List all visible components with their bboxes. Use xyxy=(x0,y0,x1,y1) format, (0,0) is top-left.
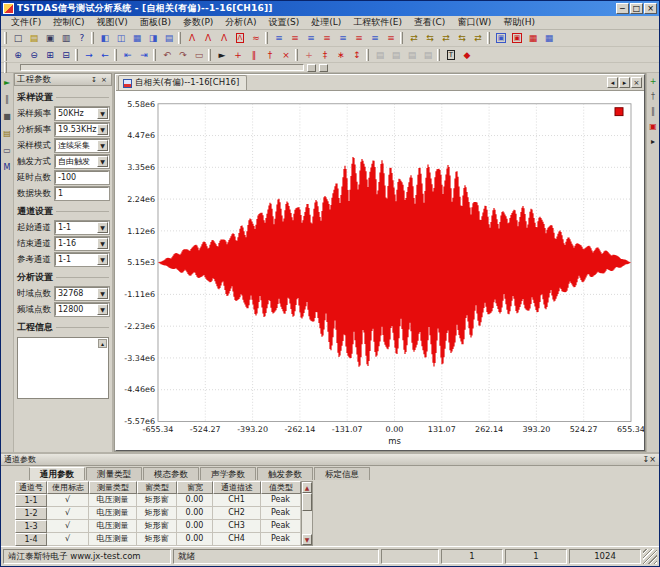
peak-mark-button[interactable]: + xyxy=(301,48,317,62)
window-single-button[interactable]: ◧ xyxy=(97,31,113,45)
table-cell[interactable]: 矩形窗 xyxy=(137,494,177,507)
channel-panel-titlebar[interactable]: 通道参数 ↧ × xyxy=(1,454,659,466)
disabled-4-button[interactable]: ▤ xyxy=(420,48,436,62)
menu-item-7[interactable]: 设置(S) xyxy=(263,15,306,30)
info-scroll-icon[interactable]: ▴ xyxy=(98,339,107,348)
tab-scroll-right-icon[interactable]: ▸ xyxy=(619,77,630,88)
print-button[interactable]: ▥ xyxy=(58,31,74,45)
cursor-pair-button[interactable]: ‖ xyxy=(246,48,262,62)
window-split-h-button[interactable]: ◨ xyxy=(145,31,161,45)
cursor-single-icon[interactable]: † xyxy=(648,91,659,102)
tab-scroll-left-icon[interactable]: ◂ xyxy=(607,77,618,88)
expression-combo[interactable] xyxy=(20,64,304,71)
menu-item-4[interactable]: 面板(B) xyxy=(134,15,177,30)
table-cell[interactable]: 电压测量 xyxy=(89,533,137,546)
cursor-delete-button[interactable]: × xyxy=(278,48,294,62)
zoom-x-button[interactable]: ⊞ xyxy=(42,48,58,62)
strip-expand-icon[interactable]: ▸ xyxy=(648,136,659,147)
help-button[interactable]: ? xyxy=(74,31,90,45)
tab-标定信息[interactable]: 标定信息 xyxy=(314,467,370,480)
list-2-button[interactable]: ≡ xyxy=(287,31,303,45)
chevron-down-icon[interactable]: ▼ xyxy=(97,108,108,119)
list-6-button[interactable]: ≡ xyxy=(351,31,367,45)
table-cell[interactable]: √ xyxy=(47,520,89,533)
menu-item-2[interactable]: 控制(C) xyxy=(47,15,90,30)
data-transfer-2-button[interactable]: ⇆ xyxy=(422,31,438,45)
menu-item-11[interactable]: 窗口(W) xyxy=(451,15,497,30)
run-icon[interactable]: ► xyxy=(2,77,13,88)
combo-时域点数[interactable]: 32768▼ xyxy=(55,287,109,300)
menu-item-3[interactable]: 视图(V) xyxy=(91,15,134,30)
list-5-button[interactable]: ≡ xyxy=(335,31,351,45)
window-cascade-button[interactable]: ▤ xyxy=(161,31,177,45)
zoom-in-button[interactable]: ⊕ xyxy=(10,48,26,62)
chevron-down-icon[interactable]: ▼ xyxy=(97,222,108,233)
combo-触发方式[interactable]: 自由触发▼ xyxy=(55,155,109,168)
wave-spectrum-button[interactable]: Λ xyxy=(200,31,216,45)
panel-red-2-button[interactable]: ▦ xyxy=(525,31,541,45)
table-cell[interactable]: CH2 xyxy=(213,507,261,520)
panel-blue-1-button[interactable]: ▣ xyxy=(493,31,509,45)
cursor-add-button[interactable]: + xyxy=(230,48,246,62)
data-transfer-3-button[interactable]: ⇄ xyxy=(438,31,454,45)
table-cell[interactable]: 矩形窗 xyxy=(137,507,177,520)
row-header[interactable]: 1-3 xyxy=(15,520,47,533)
chevron-down-icon[interactable]: ▼ xyxy=(97,124,108,135)
table-cell[interactable]: √ xyxy=(47,507,89,520)
table-cell[interactable]: 矩形窗 xyxy=(137,520,177,533)
menu-item-6[interactable]: 分析(A) xyxy=(219,15,262,30)
cursor-boxed-icon[interactable]: ▣ xyxy=(648,121,659,132)
tab-close-icon[interactable]: × xyxy=(631,77,642,88)
scroll-up-icon[interactable]: ▲ xyxy=(302,482,312,493)
table-cell[interactable]: √ xyxy=(47,533,89,546)
disabled-3-button[interactable]: ▤ xyxy=(404,48,420,62)
scroll-down-icon[interactable]: ▼ xyxy=(302,534,312,545)
table-cell[interactable]: 0.00 xyxy=(177,533,213,546)
data-transfer-1-button[interactable]: ⇄ xyxy=(406,31,422,45)
harmonic-2-button[interactable]: ∗ xyxy=(333,48,349,62)
chevron-down-icon[interactable]: ▼ xyxy=(97,304,108,315)
table-cell[interactable]: 电压测量 xyxy=(89,507,137,520)
table-cell[interactable]: 电压测量 xyxy=(89,520,137,533)
wave-time-button[interactable]: Λ xyxy=(184,31,200,45)
tab-通用参数[interactable]: 通用参数 xyxy=(29,467,85,480)
cursor-green-icon[interactable]: + xyxy=(648,76,659,87)
title-bar[interactable]: TSTDAS信号测试分析系统 - [自相关(有偏)--1-16[CH16]] ─… xyxy=(1,1,659,16)
tab-声学参数[interactable]: 声学参数 xyxy=(200,467,256,480)
channel-close-icon[interactable]: × xyxy=(649,455,656,464)
marker-diamond-button[interactable]: ◆ xyxy=(459,48,475,62)
close-button[interactable]: × xyxy=(644,3,657,14)
combo-频域点数[interactable]: 12800▼ xyxy=(55,303,109,316)
window-split-2-button[interactable]: ◫ xyxy=(113,31,129,45)
list-4-button[interactable]: ≡ xyxy=(319,31,335,45)
undo-button[interactable]: ↶ xyxy=(159,48,175,62)
combo-分析频率[interactable]: 19.53KHz▼ xyxy=(55,123,109,136)
row-header[interactable]: 1-1 xyxy=(15,494,47,507)
disabled-1-button[interactable]: ▤ xyxy=(372,48,388,62)
search-icon[interactable]: M xyxy=(2,162,13,173)
table-cell[interactable]: 矩形窗 xyxy=(137,533,177,546)
window-grid-4-button[interactable]: ▦ xyxy=(129,31,145,45)
list-7-button[interactable]: ≡ xyxy=(367,31,383,45)
chevron-down-icon[interactable]: ▼ xyxy=(97,140,108,151)
tab-模态参数[interactable]: 模态参数 xyxy=(143,467,199,480)
combo-参考通道[interactable]: 1-1▼ xyxy=(55,253,109,266)
project-panel-titlebar[interactable]: 工程参数 ↧ × xyxy=(14,73,112,86)
pause-icon[interactable]: ‖ xyxy=(2,94,13,105)
menu-item-9[interactable]: 工程软件(E) xyxy=(347,15,408,30)
list-1-button[interactable]: ≡ xyxy=(271,31,287,45)
table-cell[interactable]: Peak xyxy=(261,533,301,546)
minimize-button[interactable]: ─ xyxy=(616,3,629,14)
wave-transfer-button[interactable]: Λ xyxy=(216,31,232,45)
move-left-button[interactable]: ← xyxy=(97,48,113,62)
row-header[interactable]: 1-4 xyxy=(15,533,47,546)
go-start-button[interactable]: ⇤ xyxy=(120,48,136,62)
table-cell[interactable]: Peak xyxy=(261,520,301,533)
zoom-y-button[interactable]: ⊟ xyxy=(58,48,74,62)
table-cell[interactable]: 电压测量 xyxy=(89,494,137,507)
chart-plot-area[interactable]: 5.58e64.47e63.35e62.24e61.12e65.15e3-1.1… xyxy=(116,91,644,450)
expr-more-button[interactable] xyxy=(319,64,328,72)
project-info-textarea[interactable]: ▴ xyxy=(17,337,109,399)
window-restore-button[interactable]: ▭ xyxy=(191,48,207,62)
chevron-down-icon[interactable]: ▼ xyxy=(97,288,108,299)
